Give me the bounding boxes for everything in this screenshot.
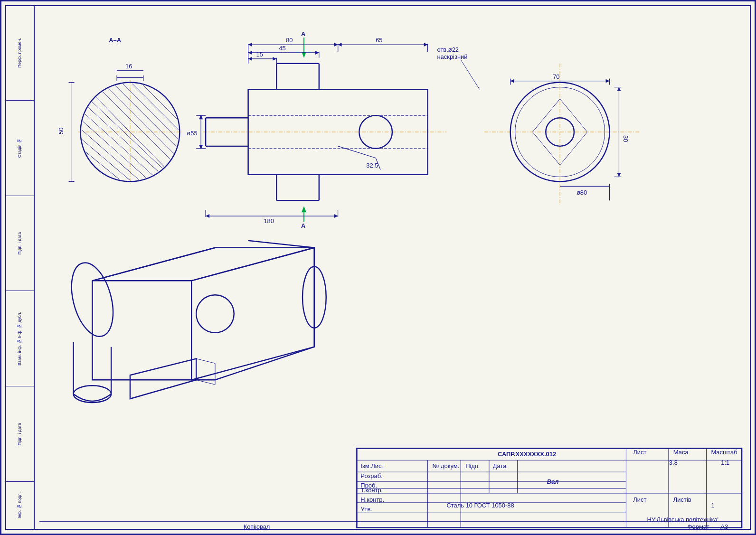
dim-through-text: наскрізний	[437, 53, 467, 60]
dim-180-text: 180	[264, 217, 274, 225]
iso-keyway	[130, 358, 196, 399]
iso-top-face	[92, 248, 314, 281]
svg-line-15	[81, 168, 103, 182]
tb-pidp-label: Підп.	[465, 462, 480, 469]
svg-line-17	[138, 80, 181, 123]
dim-180-arrow1	[206, 214, 209, 218]
sidebar-section-4: Взам. інф. № Інф. № дубл.	[5, 291, 34, 386]
sidebar-section-3: Підп. і дата	[5, 196, 34, 291]
iso-keyway-side	[196, 358, 215, 385]
sidebar-section-2: Стадія №	[5, 101, 34, 196]
svg-line-5	[119, 80, 181, 142]
tb-masa-value: 3,8	[669, 459, 678, 466]
section-marker-top: А	[301, 30, 305, 38]
dim-80-arrow1	[248, 43, 252, 47]
drawing-sheet: Перф. промен. Стадія № Підп. і дата Взам…	[0, 0, 756, 535]
dim-65-text: 65	[376, 37, 382, 44]
sidebar-text-1: Перф. промен.	[17, 38, 22, 67]
tb-lit-label: Лист	[633, 449, 646, 456]
dim-45-arrow1	[248, 51, 252, 55]
tb-dokum-label: № докум.	[433, 462, 460, 469]
svg-line-4	[110, 80, 181, 151]
dim-30-arrow1	[617, 87, 621, 91]
tb-doc-number: САПР.XXXXXXX.012	[498, 451, 556, 458]
dim-16-text: 16	[125, 63, 132, 70]
leader-d22	[461, 60, 480, 90]
dim-65-arrow2	[424, 43, 428, 47]
svg-line-16	[81, 177, 94, 182]
iso-shaft-end-ellipse	[74, 385, 112, 403]
iso-hole-ellipse	[196, 295, 234, 333]
dim-d22-text: отв.ø22	[437, 46, 459, 53]
dim-d55-text: ø55	[187, 130, 197, 137]
iso-top-right	[248, 241, 314, 248]
tb-title: Вал	[547, 478, 559, 485]
dim-15-arrow2	[273, 57, 276, 61]
svg-line-9	[81, 111, 160, 181]
format-label: Формат	[688, 523, 709, 530]
sidebar-section-6: Інф. № подл.	[5, 482, 34, 530]
dim-15-arrow1	[248, 57, 252, 61]
sidebar-section-1: Перф. промен.	[5, 5, 34, 101]
tb-organization: НУ'Львівська політехніка'	[647, 516, 718, 523]
sidebar-section-5: Підп. і дата	[5, 386, 34, 482]
format-value: А3	[720, 523, 728, 530]
dim-45-arrow2	[315, 51, 319, 55]
tb-sheets-value: 1	[711, 502, 714, 509]
sidebar-text-2: Стадія №	[17, 139, 22, 158]
sidebar-text-5: Підп. і дата	[17, 423, 22, 445]
dim-30-arrow2	[617, 173, 621, 177]
sidebar-text-3: Підп. і дата	[17, 232, 22, 254]
section-marker-bottom: А	[301, 222, 305, 229]
left-sidebar: Перф. промен. Стадія № Підп. і дата Взам…	[5, 5, 35, 530]
svg-line-13	[81, 149, 122, 182]
tb-rozrab-label: Розраб.	[360, 472, 382, 479]
dim-30-text: 30	[622, 135, 629, 142]
technical-drawing: А–А	[36, 6, 749, 532]
tb-tkontr-label: Т.контр.	[360, 487, 383, 494]
svg-line-6	[129, 80, 181, 132]
iso-right-face	[191, 248, 314, 380]
dim-80-arrow2	[334, 43, 338, 47]
dim-80-text: 80	[286, 37, 293, 44]
tb-data-label: Дата	[493, 462, 507, 469]
dim-d80-text: ø80	[576, 189, 587, 196]
iso-front-face	[92, 248, 314, 380]
tb-lyst-label2: Лист	[633, 496, 646, 503]
dim-50-text: 50	[57, 128, 65, 134]
tb-lystiv-label: Листів	[673, 496, 691, 503]
tb-utv-label: Утв.	[360, 506, 372, 513]
section-arrow-bottom-head	[302, 206, 306, 212]
dim-70-arrow1	[510, 79, 514, 83]
dim-70-arrow2	[606, 79, 610, 83]
dim-45-text: 45	[279, 45, 285, 52]
section-label: А–А	[109, 37, 121, 44]
sidebar-text-4: Взам. інф. № Інф. № дубл.	[17, 312, 22, 366]
sidebar-text-6: Інф. № подл.	[17, 492, 22, 518]
svg-line-2	[91, 80, 181, 170]
tb-scale-value: 1:1	[721, 459, 729, 466]
dim-180-arrow2	[334, 214, 338, 218]
tb-material: Сталь 10 ГОСТ 1050-88	[446, 502, 514, 509]
dim-65-arrow1	[338, 43, 342, 47]
svg-line-21	[174, 82, 181, 89]
copied-label: Копіювал	[244, 523, 270, 530]
dim-70-text: 70	[553, 73, 559, 80]
tb-masshtab-label: Масштаб	[711, 449, 737, 456]
tb-masa-label: Маса	[673, 449, 689, 456]
tb-izm-label: Ізм.Лист	[360, 462, 384, 469]
dim-15-text: 15	[256, 51, 263, 58]
tb-nkontr-label: Н.контр.	[360, 496, 384, 503]
svg-line-20	[167, 80, 181, 95]
dim-32_5-text: 32,5	[366, 162, 378, 169]
